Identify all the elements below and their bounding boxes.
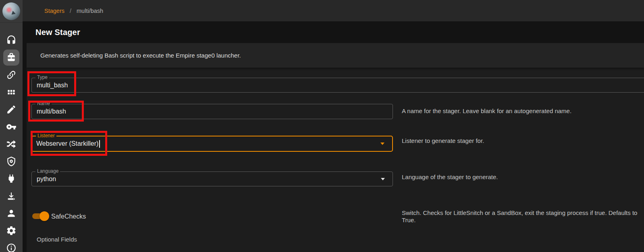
topbar: Stagers / multi/bash <box>23 0 644 21</box>
page-header-band: New Stager <box>23 21 644 43</box>
sidebar-item-pencil[interactable] <box>3 101 19 118</box>
sidebar-item-download[interactable] <box>3 188 19 204</box>
sidebar-item-briefcase-active[interactable] <box>3 50 19 66</box>
stager-description-section: Generates self-deleting Bash script to e… <box>27 43 644 68</box>
language-select-label: Language <box>35 168 60 174</box>
language-select[interactable]: Language python <box>31 171 393 186</box>
app-logo[interactable] <box>0 0 23 23</box>
chevron-down-icon <box>380 143 384 145</box>
sidebar-item-gear[interactable] <box>3 223 19 239</box>
sidebar-item-grid[interactable] <box>3 84 19 100</box>
breadcrumb: Stagers / multi/bash <box>44 8 103 14</box>
annotation-box-type <box>27 71 76 96</box>
safechecks-helper-text: Switch. Checks for LittleSnitch or a San… <box>402 209 644 224</box>
shuffle-icon <box>6 139 17 149</box>
key-icon <box>6 122 17 132</box>
annotation-box-name <box>28 101 84 122</box>
sidebar-item-person[interactable] <box>3 205 19 221</box>
info-icon <box>6 243 17 252</box>
safechecks-label: SafeChecks <box>51 213 86 220</box>
chevron-down-icon <box>381 178 385 180</box>
language-select-value: python <box>32 172 393 186</box>
sidebar-item-shuffle[interactable] <box>3 136 19 152</box>
page-title: New Stager <box>35 28 80 37</box>
pencil-icon <box>6 104 17 115</box>
type-field[interactable]: Type multi_bash <box>31 78 644 93</box>
plug-icon <box>6 174 17 184</box>
breadcrumb-current-page: multi/bash <box>77 8 103 14</box>
person-icon <box>6 208 17 219</box>
breadcrumb-stagers-link[interactable]: Stagers <box>44 8 64 14</box>
sidebar-nav <box>3 32 19 252</box>
sidebar-item-key[interactable] <box>3 119 19 135</box>
sidebar-item-info[interactable] <box>3 240 19 252</box>
name-field[interactable]: Name multi/bash <box>31 104 393 119</box>
deathstar-logo-icon <box>2 2 20 20</box>
briefcase-icon <box>6 52 17 63</box>
headphones-icon <box>6 35 17 45</box>
stager-description: Generates self-deleting Bash script to e… <box>40 52 241 59</box>
name-field-value: multi/bash <box>32 104 393 119</box>
sidebar-item-plug[interactable] <box>3 171 19 187</box>
sidebar <box>0 0 23 252</box>
new-stager-card: Generates self-deleting Bash script to e… <box>27 43 644 252</box>
annotation-box-listener <box>31 131 107 156</box>
type-field-value: multi_bash <box>32 78 644 92</box>
gear-icon <box>6 225 17 236</box>
link-icon <box>6 70 17 80</box>
toggle-thumb <box>39 211 49 221</box>
safechecks-toggle[interactable] <box>32 213 47 219</box>
breadcrumb-separator: / <box>70 8 71 14</box>
sidebar-item-shield-gear[interactable] <box>3 153 19 169</box>
language-helper-text: Language of the stager to generate. <box>402 174 498 181</box>
sidebar-item-headphones[interactable] <box>3 32 19 48</box>
listener-helper-text: Listener to generate stager for. <box>402 137 484 145</box>
shield-gear-icon <box>6 156 17 167</box>
optional-fields-section-label: Optional Fields <box>37 236 77 243</box>
sidebar-item-link[interactable] <box>3 67 19 83</box>
download-icon <box>6 191 17 201</box>
name-helper-text: A name for the stager. Leave blank for a… <box>402 107 571 115</box>
grid-icon <box>6 87 17 97</box>
